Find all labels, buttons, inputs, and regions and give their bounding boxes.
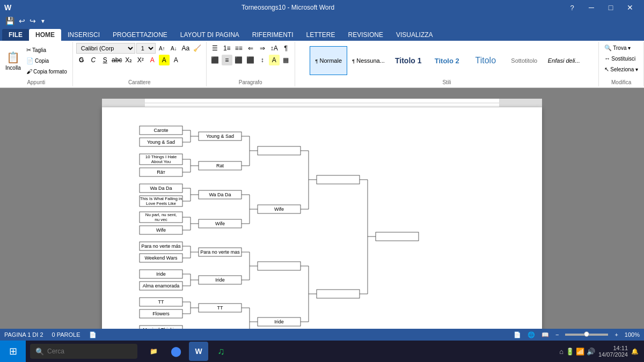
taskbar: ⊞ 🔍 📁 ⬤ W ♫ ⌂ 🔋 📶 🔊 14:11 14/07/2024 🔔 <box>0 341 644 362</box>
style-no-spacing[interactable]: ¶ Nessuna... <box>348 46 388 75</box>
paragraph-group: ☰ 1≡ ≡≡ ⇐ ⇒ ↕A ¶ ⬛ ≡ ⬛ ⬛ ↕ A ▦ <box>207 42 295 86</box>
svg-text:Young & Sad: Young & Sad <box>147 139 175 145</box>
tab-home[interactable]: HOME <box>29 29 61 41</box>
help-button[interactable]: ? <box>562 0 582 15</box>
borders-button[interactable]: ▦ <box>281 55 291 65</box>
taskbar-chrome[interactable]: ⬤ <box>166 342 186 361</box>
style-heading1[interactable]: Titolo 1 <box>390 46 427 75</box>
customize-qa-icon[interactable]: ▼ <box>39 18 47 24</box>
tab-inserisci[interactable]: INSERISCI <box>61 29 106 41</box>
svg-text:Wa Da Da: Wa Da Da <box>150 186 172 191</box>
undo-icon[interactable]: ↩ <box>18 17 26 25</box>
multilevel-list-button[interactable]: ≡≡ <box>233 43 244 54</box>
line-spacing-button[interactable]: ↕ <box>257 55 268 65</box>
svg-text:Nu parl, nu sent,: Nu parl, nu sent, <box>145 212 177 217</box>
cut-button[interactable]: ✂ Taglia <box>24 45 69 55</box>
style-heading2[interactable]: Titolo 2 <box>428 46 466 75</box>
style-subtitle[interactable]: Sottotitolo <box>506 46 543 75</box>
svg-text:Rat: Rat <box>216 163 224 168</box>
start-button[interactable]: ⊞ <box>0 341 26 362</box>
clipboard-small: ✂ Taglia 📄 Copia 🖌 Copia formato <box>24 45 69 76</box>
strikethrough-button[interactable]: abc <box>112 55 122 65</box>
view-web-icon[interactable]: 🌐 <box>528 331 535 338</box>
taskbar-search[interactable]: 🔍 <box>30 344 137 359</box>
font-family-select[interactable]: Calibri (Corp <box>76 43 135 54</box>
view-read-icon[interactable]: 📖 <box>541 331 549 338</box>
font-shrink-button[interactable]: A↓ <box>169 43 179 54</box>
underline-button[interactable]: S <box>100 55 111 65</box>
search-input[interactable] <box>47 348 132 355</box>
clipboard-group: 📋 Incolla ✂ Taglia 📄 Copia 🖌 Copia forma… <box>0 42 73 86</box>
zoom-in-button[interactable]: + <box>614 331 618 338</box>
replace-button[interactable]: ↔ Sostituisci <box>602 54 638 63</box>
align-center-button[interactable]: ≡ <box>222 55 232 65</box>
zoom-out-button[interactable]: − <box>555 331 559 338</box>
svg-text:TT: TT <box>158 299 164 305</box>
svg-text:Iride: Iride <box>215 277 225 283</box>
svg-rect-99 <box>258 262 301 270</box>
quick-access-toolbar: 💾 ↩ ↪ ▼ <box>0 15 644 27</box>
word-window: W Torneosongs10 - Microsoft Word ? ─ □ ✕… <box>0 0 644 341</box>
svg-text:Weekend Wars: Weekend Wars <box>144 255 178 261</box>
save-icon[interactable]: 💾 <box>4 17 16 25</box>
svg-text:Flowers: Flowers <box>152 311 170 316</box>
style-title[interactable]: Titolo <box>467 46 504 75</box>
tab-lettere[interactable]: LETTERE <box>300 29 342 41</box>
highlight-button[interactable]: A <box>159 55 170 65</box>
tab-progettazione[interactable]: PROGETTAZIONE <box>106 29 174 41</box>
minimize-button[interactable]: ─ <box>582 0 601 15</box>
subscript-button[interactable]: X₂ <box>123 55 134 65</box>
tab-layout[interactable]: LAYOUT DI PAGINA <box>174 29 246 41</box>
svg-text:Räт: Räт <box>157 169 165 175</box>
time-display: 14:11 <box>613 345 628 351</box>
format-painter-button[interactable]: 🖌 Copia formato <box>24 67 69 76</box>
align-right-button[interactable]: ⬛ <box>233 55 244 65</box>
view-print-icon[interactable]: 📄 <box>514 331 521 338</box>
style-normal[interactable]: ¶ Normale <box>310 46 347 75</box>
tab-visualizza[interactable]: VISUALIZZA <box>390 29 440 41</box>
bold-button[interactable]: G <box>76 55 87 65</box>
ribbon: 📋 Incolla ✂ Taglia 📄 Copia 🖌 Copia forma… <box>0 41 644 88</box>
taskbar-explorer[interactable]: 📁 <box>144 342 163 361</box>
taskbar-word[interactable]: W <box>189 342 208 361</box>
style-emphasis[interactable]: Enfasi deli... <box>544 46 584 75</box>
copy-button[interactable]: 📄 Copia <box>24 56 69 65</box>
tab-riferimenti[interactable]: RIFERIMENTI <box>246 29 300 41</box>
sort-button[interactable]: ↕A <box>269 43 280 54</box>
italic-button[interactable]: C <box>88 55 99 65</box>
font-size-select[interactable]: 11 <box>136 43 156 54</box>
paste-button[interactable]: 📋 Incolla <box>3 45 23 76</box>
font-row1: Calibri (Corp 11 A↑ A↓ Aa 🧹 <box>76 43 203 54</box>
maximize-button[interactable]: □ <box>601 0 620 15</box>
word-count: 0 PAROLE <box>52 331 80 338</box>
notification-button[interactable]: 🔔 <box>631 348 639 355</box>
close-button[interactable]: ✕ <box>620 0 640 15</box>
taskbar-spotify[interactable]: ♫ <box>211 342 231 361</box>
redo-icon[interactable]: ↪ <box>28 17 37 25</box>
svg-text:Love Feels Like: Love Feels Like <box>146 201 177 206</box>
align-left-button[interactable]: ⬛ <box>210 55 221 65</box>
zoom-slider[interactable] <box>565 334 608 336</box>
svg-text:Alma enamorada: Alma enamorada <box>143 283 180 289</box>
change-case-button[interactable]: Aa <box>180 43 191 54</box>
decrease-indent-button[interactable]: ⇐ <box>245 43 256 54</box>
shading-button[interactable]: A <box>269 55 280 65</box>
text-effects-button[interactable]: A <box>171 55 181 65</box>
justify-button[interactable]: ⬛ <box>245 55 256 65</box>
font-grow-button[interactable]: A↑ <box>157 43 167 54</box>
tab-revisione[interactable]: REVISIONE <box>342 29 390 41</box>
clear-format-button[interactable]: 🧹 <box>192 43 203 54</box>
zoom-handle[interactable] <box>584 331 589 337</box>
tab-file[interactable]: FILE <box>2 29 29 41</box>
show-marks-button[interactable]: ¶ <box>281 43 291 54</box>
editing-label: Modifica <box>611 79 631 85</box>
numbering-button[interactable]: 1≡ <box>222 43 232 54</box>
font-color-button[interactable]: A <box>147 55 158 65</box>
window-controls: ? ─ □ ✕ <box>562 0 640 15</box>
select-button[interactable]: ↖ Seleziona ▾ <box>602 64 640 74</box>
bullets-button[interactable]: ☰ <box>210 43 221 54</box>
superscript-button[interactable]: X² <box>135 55 146 65</box>
titlebar: W Torneosongs10 - Microsoft Word ? ─ □ ✕ <box>0 0 644 15</box>
find-button[interactable]: 🔍 Trova ▾ <box>602 43 633 53</box>
increase-indent-button[interactable]: ⇒ <box>257 43 268 54</box>
